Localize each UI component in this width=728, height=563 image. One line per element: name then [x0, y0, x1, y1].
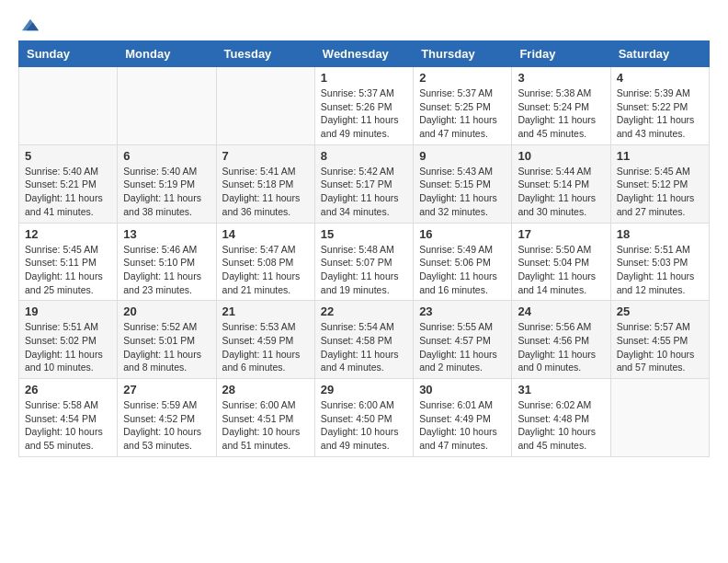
calendar-cell: 4Sunrise: 5:39 AM Sunset: 5:22 PM Daylig…: [610, 67, 709, 145]
calendar-cell: [118, 67, 216, 145]
calendar-cell: 22Sunrise: 5:54 AM Sunset: 4:58 PM Dayli…: [314, 301, 413, 379]
calendar-cell: 6Sunrise: 5:40 AM Sunset: 5:19 PM Daylig…: [118, 144, 216, 223]
day-number: 24: [518, 304, 604, 318]
day-number: 18: [617, 227, 703, 241]
calendar-cell: 15Sunrise: 5:48 AM Sunset: 5:07 PM Dayli…: [314, 223, 413, 301]
calendar-cell: 28Sunrise: 6:00 AM Sunset: 4:51 PM Dayli…: [216, 379, 314, 457]
day-info: Sunrise: 5:51 AM Sunset: 5:03 PM Dayligh…: [617, 244, 695, 295]
day-info: Sunrise: 5:38 AM Sunset: 5:24 PM Dayligh…: [518, 87, 596, 139]
day-number: 2: [419, 71, 506, 85]
calendar-cell: 7Sunrise: 5:41 AM Sunset: 5:18 PM Daylig…: [216, 144, 314, 223]
day-number: 15: [321, 227, 407, 241]
weekday-header: Tuesday: [216, 41, 314, 67]
calendar-cell: 1Sunrise: 5:37 AM Sunset: 5:26 PM Daylig…: [314, 67, 413, 145]
calendar-cell: [216, 67, 314, 145]
day-number: 29: [321, 383, 407, 396]
day-info: Sunrise: 6:00 AM Sunset: 4:50 PM Dayligh…: [321, 399, 399, 451]
day-number: 1: [321, 71, 407, 85]
weekday-header: Monday: [118, 41, 216, 67]
day-number: 8: [321, 149, 407, 163]
logo-icon: [22, 18, 39, 31]
calendar-cell: 2Sunrise: 5:37 AM Sunset: 5:25 PM Daylig…: [414, 67, 512, 145]
day-info: Sunrise: 5:52 AM Sunset: 5:01 PM Dayligh…: [123, 321, 201, 373]
page-header: [18, 18, 710, 31]
calendar-cell: 19Sunrise: 5:51 AM Sunset: 5:02 PM Dayli…: [19, 301, 118, 379]
day-info: Sunrise: 6:00 AM Sunset: 4:51 PM Dayligh…: [222, 399, 301, 451]
day-number: 14: [222, 227, 309, 241]
calendar-cell: 31Sunrise: 6:02 AM Sunset: 4:48 PM Dayli…: [512, 379, 610, 457]
calendar-cell: 9Sunrise: 5:43 AM Sunset: 5:15 PM Daylig…: [414, 144, 512, 223]
weekday-header: Saturday: [610, 41, 709, 67]
day-number: 27: [123, 383, 210, 396]
day-info: Sunrise: 5:44 AM Sunset: 5:14 PM Dayligh…: [518, 166, 596, 217]
calendar-cell: 30Sunrise: 6:01 AM Sunset: 4:49 PM Dayli…: [414, 379, 512, 457]
day-info: Sunrise: 5:39 AM Sunset: 5:22 PM Dayligh…: [617, 87, 695, 139]
day-info: Sunrise: 5:54 AM Sunset: 4:58 PM Dayligh…: [321, 321, 399, 373]
day-info: Sunrise: 5:59 AM Sunset: 4:52 PM Dayligh…: [123, 399, 201, 451]
calendar-cell: 21Sunrise: 5:53 AM Sunset: 4:59 PM Dayli…: [216, 301, 314, 379]
day-number: 22: [321, 304, 407, 318]
day-number: 9: [419, 149, 506, 163]
calendar-cell: 13Sunrise: 5:46 AM Sunset: 5:10 PM Dayli…: [118, 223, 216, 301]
calendar-week-row: 19Sunrise: 5:51 AM Sunset: 5:02 PM Dayli…: [19, 301, 710, 379]
day-info: Sunrise: 5:58 AM Sunset: 4:54 PM Dayligh…: [25, 399, 103, 451]
day-info: Sunrise: 5:50 AM Sunset: 5:04 PM Dayligh…: [518, 244, 596, 295]
calendar-cell: 10Sunrise: 5:44 AM Sunset: 5:14 PM Dayli…: [512, 144, 610, 223]
day-info: Sunrise: 5:42 AM Sunset: 5:17 PM Dayligh…: [321, 166, 399, 217]
day-number: 20: [123, 304, 210, 318]
calendar-cell: [610, 379, 709, 457]
weekday-header: Friday: [512, 41, 610, 67]
day-number: 7: [222, 149, 309, 163]
day-number: 11: [617, 149, 703, 163]
day-info: Sunrise: 6:02 AM Sunset: 4:48 PM Dayligh…: [518, 399, 596, 451]
day-info: Sunrise: 5:37 AM Sunset: 5:26 PM Dayligh…: [321, 87, 399, 139]
day-number: 10: [518, 149, 604, 163]
day-info: Sunrise: 5:55 AM Sunset: 4:57 PM Dayligh…: [419, 321, 497, 373]
calendar-cell: [19, 67, 118, 145]
weekday-header: Wednesday: [314, 41, 413, 67]
day-info: Sunrise: 5:49 AM Sunset: 5:06 PM Dayligh…: [419, 244, 497, 295]
day-info: Sunrise: 5:37 AM Sunset: 5:25 PM Dayligh…: [419, 87, 497, 139]
day-info: Sunrise: 5:48 AM Sunset: 5:07 PM Dayligh…: [321, 244, 399, 295]
calendar-cell: 27Sunrise: 5:59 AM Sunset: 4:52 PM Dayli…: [118, 379, 216, 457]
calendar-cell: 3Sunrise: 5:38 AM Sunset: 5:24 PM Daylig…: [512, 67, 610, 145]
day-number: 16: [419, 227, 506, 241]
day-number: 5: [25, 149, 111, 163]
calendar-cell: 18Sunrise: 5:51 AM Sunset: 5:03 PM Dayli…: [610, 223, 709, 301]
calendar-cell: 5Sunrise: 5:40 AM Sunset: 5:21 PM Daylig…: [19, 144, 118, 223]
day-number: 19: [25, 304, 111, 318]
day-info: Sunrise: 5:41 AM Sunset: 5:18 PM Dayligh…: [222, 166, 301, 217]
day-number: 23: [419, 304, 506, 318]
day-info: Sunrise: 6:01 AM Sunset: 4:49 PM Dayligh…: [419, 399, 497, 451]
calendar-cell: 25Sunrise: 5:57 AM Sunset: 4:55 PM Dayli…: [610, 301, 709, 379]
day-number: 31: [518, 383, 604, 396]
calendar-cell: 20Sunrise: 5:52 AM Sunset: 5:01 PM Dayli…: [118, 301, 216, 379]
calendar-week-row: 12Sunrise: 5:45 AM Sunset: 5:11 PM Dayli…: [19, 223, 710, 301]
day-number: 12: [25, 227, 111, 241]
day-info: Sunrise: 5:51 AM Sunset: 5:02 PM Dayligh…: [25, 321, 103, 373]
day-number: 3: [518, 71, 604, 85]
day-number: 17: [518, 227, 604, 241]
weekday-header: Thursday: [414, 41, 512, 67]
calendar-cell: 24Sunrise: 5:56 AM Sunset: 4:56 PM Dayli…: [512, 301, 610, 379]
day-number: 25: [617, 304, 703, 318]
calendar-cell: 16Sunrise: 5:49 AM Sunset: 5:06 PM Dayli…: [414, 223, 512, 301]
day-info: Sunrise: 5:40 AM Sunset: 5:19 PM Dayligh…: [123, 166, 201, 217]
calendar-cell: 29Sunrise: 6:00 AM Sunset: 4:50 PM Dayli…: [314, 379, 413, 457]
calendar-cell: 11Sunrise: 5:45 AM Sunset: 5:12 PM Dayli…: [610, 144, 709, 223]
day-info: Sunrise: 5:45 AM Sunset: 5:12 PM Dayligh…: [617, 166, 695, 217]
day-info: Sunrise: 5:43 AM Sunset: 5:15 PM Dayligh…: [419, 166, 497, 217]
day-info: Sunrise: 5:46 AM Sunset: 5:10 PM Dayligh…: [123, 244, 201, 295]
calendar-cell: 8Sunrise: 5:42 AM Sunset: 5:17 PM Daylig…: [314, 144, 413, 223]
calendar-week-row: 26Sunrise: 5:58 AM Sunset: 4:54 PM Dayli…: [19, 379, 710, 457]
calendar-header-row: SundayMondayTuesdayWednesdayThursdayFrid…: [19, 41, 710, 67]
day-info: Sunrise: 5:56 AM Sunset: 4:56 PM Dayligh…: [518, 321, 596, 373]
day-number: 26: [25, 383, 111, 396]
logo: [18, 18, 39, 31]
day-number: 21: [222, 304, 309, 318]
calendar-cell: 14Sunrise: 5:47 AM Sunset: 5:08 PM Dayli…: [216, 223, 314, 301]
day-info: Sunrise: 5:53 AM Sunset: 4:59 PM Dayligh…: [222, 321, 301, 373]
day-number: 4: [617, 71, 703, 85]
day-info: Sunrise: 5:47 AM Sunset: 5:08 PM Dayligh…: [222, 244, 301, 295]
calendar-week-row: 1Sunrise: 5:37 AM Sunset: 5:26 PM Daylig…: [19, 67, 710, 145]
